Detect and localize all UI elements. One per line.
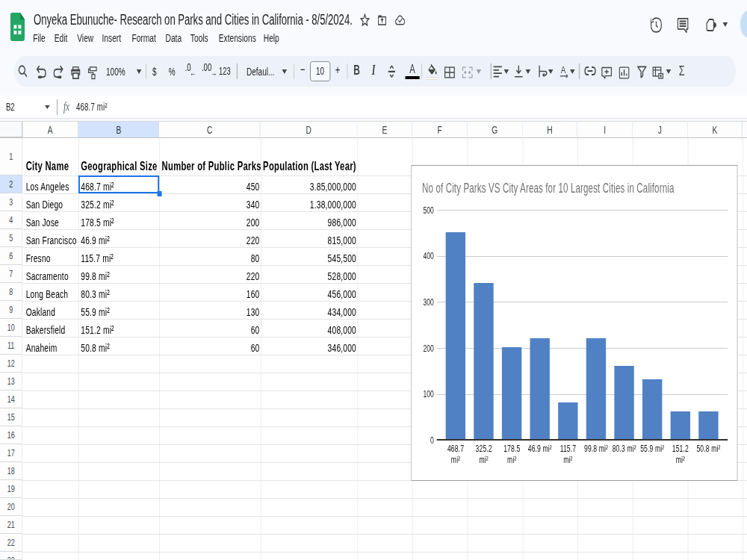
svg-text:A: A: [561, 65, 566, 75]
